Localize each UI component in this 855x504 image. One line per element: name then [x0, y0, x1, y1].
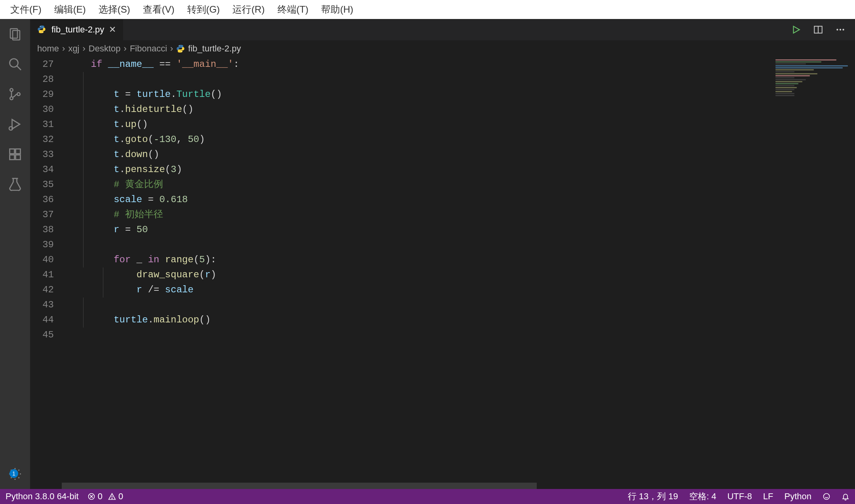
menu-item[interactable]: 运行(R) — [227, 2, 270, 17]
svg-point-21 — [840, 29, 841, 30]
line-number: 27 — [30, 57, 54, 72]
breadcrumb-segment[interactable]: Fibonacci — [130, 44, 167, 54]
status-encoding[interactable]: UTF-8 — [727, 491, 752, 502]
svg-point-29 — [112, 498, 112, 498]
line-number: 32 — [30, 132, 54, 147]
status-problems[interactable]: 0 0 — [87, 491, 124, 502]
menu-item[interactable]: 终端(T) — [272, 2, 314, 17]
source-control-icon[interactable] — [7, 86, 23, 102]
tab-actions — [791, 19, 855, 40]
breadcrumb-segment[interactable]: Desktop — [89, 44, 121, 54]
line-number: 40 — [30, 252, 54, 267]
close-icon[interactable]: ✕ — [109, 25, 116, 35]
activity-bar: 1 — [0, 19, 30, 489]
breadcrumb-segment[interactable]: home — [37, 44, 59, 54]
extensions-icon[interactable] — [7, 146, 23, 162]
run-debug-icon[interactable] — [7, 116, 23, 132]
line-number: 28 — [30, 72, 54, 87]
line-gutter: 27282930313233343536373839404142434445 — [30, 57, 66, 483]
code-line[interactable]: if __name__ == '__main__': — [68, 57, 772, 72]
svg-marker-7 — [12, 119, 20, 129]
svg-line-3 — [17, 66, 21, 70]
explorer-icon[interactable] — [7, 26, 23, 42]
line-number: 29 — [30, 87, 54, 102]
status-language[interactable]: Python — [785, 491, 812, 502]
code-line[interactable]: t = turtle.Turtle() — [68, 87, 772, 102]
feedback-icon[interactable] — [823, 493, 830, 500]
svg-point-23 — [179, 45, 180, 46]
menu-item[interactable]: 文件(F) — [5, 2, 47, 17]
breadcrumb-segment[interactable]: xgj — [68, 44, 79, 54]
code-line[interactable]: t.hideturtle() — [68, 102, 772, 117]
svg-point-2 — [10, 59, 18, 67]
status-warning-count: 0 — [118, 491, 123, 502]
code-line[interactable] — [68, 297, 772, 313]
line-number: 45 — [30, 328, 54, 343]
svg-point-22 — [842, 29, 844, 30]
status-cursor-position[interactable]: 行 13，列 19 — [628, 491, 678, 502]
tabs-row: fib_turtle-2.py ✕ — [30, 19, 855, 40]
chevron-right-icon: › — [124, 44, 127, 54]
svg-point-6 — [17, 93, 20, 96]
code-line[interactable]: draw_square(r) — [68, 267, 772, 282]
tab-file[interactable]: fib_turtle-2.py ✕ — [30, 19, 124, 40]
svg-rect-11 — [10, 155, 15, 160]
breadcrumb-file[interactable]: fib_turtle-2.py — [176, 44, 241, 54]
code-line[interactable]: for _ in range(5): — [68, 252, 772, 267]
svg-marker-17 — [794, 26, 800, 33]
code-line[interactable]: turtle.mainloop() — [68, 313, 772, 328]
line-number: 44 — [30, 313, 54, 328]
status-indentation[interactable]: 空格: 4 — [689, 491, 716, 502]
svg-point-5 — [10, 97, 13, 100]
settings-badge: 1 — [10, 469, 18, 478]
code-line[interactable]: t.goto(-130, 50) — [68, 132, 772, 147]
code-line[interactable] — [68, 328, 772, 343]
code-line[interactable]: t.pensize(3) — [68, 162, 772, 177]
svg-point-15 — [40, 26, 41, 27]
code-line[interactable]: t.down() — [68, 147, 772, 162]
menu-item[interactable]: 编辑(E) — [49, 2, 91, 17]
line-number: 38 — [30, 222, 54, 237]
main-area: 1 fib_turtle-2.py ✕ — [0, 19, 855, 489]
menu-item[interactable]: 查看(V) — [137, 2, 180, 17]
svg-point-30 — [824, 494, 830, 500]
split-editor-icon[interactable] — [813, 25, 823, 35]
code-line[interactable] — [68, 237, 772, 252]
code-line[interactable]: scale = 0.618 — [68, 192, 772, 207]
line-number: 36 — [30, 192, 54, 207]
run-icon[interactable] — [791, 25, 801, 35]
settings-icon[interactable]: 1 — [7, 466, 23, 482]
minimap[interactable] — [772, 57, 855, 483]
line-number: 37 — [30, 207, 54, 222]
scrollbar-thumb[interactable] — [62, 483, 537, 489]
notifications-icon[interactable] — [842, 493, 849, 500]
code-line[interactable]: r /= scale — [68, 282, 772, 297]
line-number: 39 — [30, 237, 54, 252]
code-line[interactable] — [68, 72, 772, 87]
code-line[interactable]: # 黄金比例 — [68, 177, 772, 192]
line-number: 41 — [30, 267, 54, 282]
menu-item[interactable]: 帮助(H) — [315, 2, 359, 17]
search-icon[interactable] — [7, 56, 23, 72]
test-icon[interactable] — [7, 176, 23, 192]
python-file-icon — [37, 25, 47, 34]
svg-point-4 — [10, 89, 13, 92]
horizontal-scrollbar[interactable] — [30, 483, 855, 489]
code-line[interactable]: # 初始半径 — [68, 207, 772, 222]
more-icon[interactable] — [835, 25, 846, 35]
line-number: 42 — [30, 282, 54, 297]
line-number: 30 — [30, 102, 54, 117]
status-eol[interactable]: LF — [763, 491, 773, 502]
chevron-right-icon: › — [62, 44, 65, 54]
svg-rect-9 — [10, 149, 15, 154]
code-area[interactable]: if __name__ == '__main__': t = turtle.Tu… — [66, 57, 772, 483]
menu-item[interactable]: 选择(S) — [93, 2, 136, 17]
status-python-version[interactable]: Python 3.8.0 64-bit — [6, 491, 79, 502]
code-line[interactable]: r = 50 — [68, 222, 772, 237]
breadcrumb[interactable]: home›xgj›Desktop›Fibonacci›fib_turtle-2.… — [30, 40, 855, 57]
status-error-count: 0 — [98, 491, 103, 502]
chevron-right-icon: › — [83, 44, 86, 54]
menu-item[interactable]: 转到(G) — [182, 2, 226, 17]
svg-point-16 — [43, 32, 44, 32]
code-line[interactable]: t.up() — [68, 117, 772, 132]
